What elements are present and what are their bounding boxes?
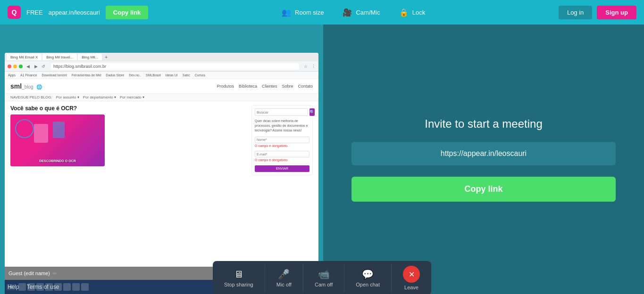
search-area: 🔍	[255, 108, 309, 116]
bottom-bar: 🖥 Stop sharing 🎤 Mic off 📹 Cam off 💬 Ope…	[0, 262, 644, 294]
browser-close-dot	[8, 65, 11, 68]
room-size-icon: 👥	[282, 8, 291, 17]
bookmark-dev[interactable]: Dev.no..	[127, 73, 142, 77]
search-input[interactable]	[255, 108, 308, 116]
leave-circle: ✕	[403, 266, 420, 283]
header-nav: 👥 Room size 🎥 Cam/Mic 🔒 Lock	[154, 8, 553, 17]
terms-link[interactable]: Terms of use	[27, 284, 59, 290]
sml-main-content: Você sabe o que é OCR? DESCOBRINDO O OCR	[5, 101, 318, 179]
lock-nav[interactable]: 🔒 Lock	[399, 8, 425, 17]
subnav-mercado[interactable]: Por mercado ▾	[120, 95, 144, 99]
stop-sharing-icon: 🖥	[234, 269, 243, 280]
bookmark-sml[interactable]: SMLBrasil	[144, 73, 162, 77]
room-size-nav[interactable]: 👥 Room size	[282, 8, 324, 17]
invite-panel: Invite to start a meeting https://appear…	[323, 24, 644, 294]
browser-tab-2[interactable]: Bing Mil travel...	[42, 54, 77, 60]
sml-nav: sml_blog 🌐 Produtos Biblioteca Clientes …	[5, 79, 318, 94]
nav-contato[interactable]: Contato	[298, 84, 313, 89]
screen-share-panel: Bing Mil Email X Bing Mil travel... Bing…	[0, 24, 323, 294]
leave-button[interactable]: ✕ Leave	[392, 261, 431, 294]
browser-tabs: Bing Mil Email X Bing Mil travel... Bing…	[5, 53, 318, 61]
email-input[interactable]	[255, 151, 309, 157]
stop-sharing-label: Stop sharing	[224, 282, 253, 287]
submit-button[interactable]: ENVIAR	[255, 165, 309, 172]
cam-off-label: Cam off	[315, 282, 333, 287]
bookmark-apps[interactable]: Apps	[7, 73, 17, 77]
lock-label: Lock	[412, 9, 425, 16]
free-label: FREE	[26, 9, 43, 16]
header-url: appear.in/leoscauri	[49, 9, 100, 16]
hero-text: DESCOBRINDO O OCR	[39, 159, 75, 163]
nav-biblioteca[interactable]: Biblioteca	[239, 84, 257, 89]
bookmark-a1[interactable]: A1 Finance	[19, 73, 38, 77]
copy-link-button[interactable]: Copy link	[106, 6, 149, 19]
bookmark-ideas[interactable]: Ideas UI	[164, 73, 179, 77]
article-hero-image: DESCOBRINDO O OCR	[10, 114, 105, 166]
menu-icon[interactable]: ⋮	[311, 64, 316, 69]
copy-link-big-button[interactable]: Copy link	[351, 177, 616, 202]
sml-article: Você sabe o que é OCR? DESCOBRINDO O OCR	[10, 105, 247, 175]
nav-clientes[interactable]: Clientes	[262, 84, 277, 89]
refresh-icon[interactable]: ↺	[42, 64, 45, 69]
article-title: Você sabe o que é OCR?	[10, 105, 247, 112]
form-description: Quer dicas sobre melhoria de processos, …	[255, 119, 309, 132]
app-logo: Q	[8, 6, 21, 19]
open-chat-button[interactable]: 💬 Open chat	[344, 264, 392, 292]
email-error: O campo é obrigatório.	[255, 158, 309, 162]
address-bar[interactable]: https://blog.smlbrasil.com.br	[51, 63, 299, 70]
bookmark-torrent[interactable]: Download torrent	[40, 73, 68, 77]
open-chat-icon: 💬	[362, 269, 374, 280]
help-link[interactable]: Help	[8, 284, 19, 290]
cam-off-button[interactable]: 📹 Cam off	[303, 264, 344, 292]
main-area: Bing Mil Email X Bing Mil travel... Bing…	[0, 24, 644, 294]
room-size-label: Room size	[295, 9, 324, 16]
cam-mic-label: Cam/Mic	[356, 9, 380, 16]
mic-off-button[interactable]: 🎤 Mic off	[265, 264, 303, 292]
subnav-assunto[interactable]: Por assunto ▾	[56, 95, 79, 99]
bookmark-mkt[interactable]: Ferramentas de Mkt	[70, 73, 103, 77]
leave-label: Leave	[404, 285, 418, 290]
browser-chrome: ◀ ▶ ↺ https://blog.smlbrasil.com.br ☆ ⋮	[5, 61, 318, 72]
cam-off-icon: 📹	[318, 269, 330, 280]
bookmark-sabc[interactable]: Sabc	[181, 73, 192, 77]
search-button[interactable]: 🔍	[309, 108, 315, 116]
open-chat-label: Open chat	[356, 282, 380, 287]
back-icon[interactable]: ◀	[26, 64, 30, 69]
nav-sobre[interactable]: Sobre	[282, 84, 293, 89]
sml-nav-links: Produtos Biblioteca Clientes Sobre Conta…	[217, 84, 313, 89]
sml-subnav: NAVEGUE PELO BLOG: Por assunto ▾ Por dep…	[5, 94, 318, 101]
mic-off-label: Mic off	[276, 282, 292, 287]
header-auth: Log in Sign up	[559, 6, 636, 19]
bottom-controls: 🖥 Stop sharing 🎤 Mic off 📹 Cam off 💬 Ope…	[213, 261, 431, 294]
cam-mic-nav[interactable]: 🎥 Cam/Mic	[343, 8, 380, 17]
bookmark-dados[interactable]: Dadus Store	[104, 73, 125, 77]
signup-button[interactable]: Sign up	[597, 6, 636, 19]
subnav-label: NAVEGUE PELO BLOG:	[10, 95, 52, 99]
header: Q FREE appear.in/leoscauri Copy link 👥 R…	[0, 0, 644, 24]
nav-produtos[interactable]: Produtos	[217, 84, 234, 89]
browser-minimize-dot	[13, 65, 17, 68]
mic-off-icon: 🎤	[278, 269, 290, 280]
sml-logo: sml_blog 🌐	[10, 82, 42, 90]
lock-icon: 🔒	[399, 8, 409, 17]
footer: Help Terms of use	[8, 284, 59, 290]
browser-tab-3[interactable]: Bing Mil...	[78, 54, 102, 60]
name-input[interactable]	[255, 137, 309, 143]
browser-maximize-dot	[19, 65, 23, 68]
browser-mockup: Bing Mil Email X Bing Mil travel... Bing…	[5, 53, 318, 294]
bookmark-cursos[interactable]: Cursos	[193, 73, 207, 77]
login-button[interactable]: Log in	[559, 6, 592, 19]
bookmarks-bar: Apps A1 Finance Download torrent Ferrame…	[5, 72, 318, 79]
sml-sidebar-form: 🔍 Quer dicas sobre melhoria de processos…	[251, 105, 313, 175]
browser-content: sml_blog 🌐 Produtos Biblioteca Clientes …	[5, 79, 318, 287]
leave-x-icon: ✕	[409, 270, 415, 279]
invite-url-box: https://appear.in/leoscauri	[351, 142, 616, 165]
stop-sharing-button[interactable]: 🖥 Stop sharing	[213, 264, 265, 292]
subnav-departamento[interactable]: Por departamento ▾	[83, 95, 116, 99]
browser-tab-active[interactable]: Bing Mil Email X	[7, 54, 42, 60]
forward-icon[interactable]: ▶	[34, 64, 38, 69]
star-icon[interactable]: ☆	[304, 64, 308, 69]
cam-mic-icon: 🎥	[343, 8, 352, 17]
add-tab-icon[interactable]: +	[105, 55, 108, 60]
name-error: O campo é obrigatório.	[255, 144, 309, 147]
